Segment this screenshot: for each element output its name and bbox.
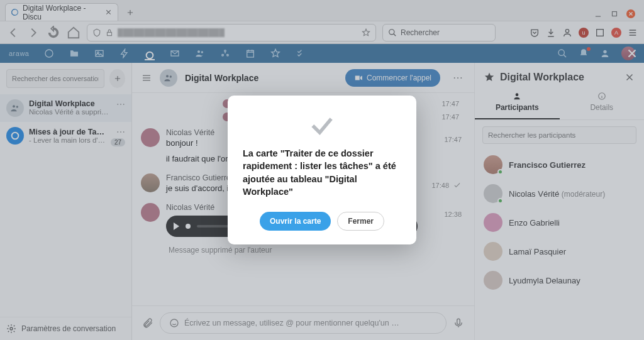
- modal-overlay[interactable]: La carte "Traiter de ce dossier rapideme…: [0, 0, 644, 340]
- modal-message: La carte "Traiter de ce dossier rapideme…: [243, 147, 401, 198]
- open-card-button[interactable]: Ouvrir la carte: [260, 212, 331, 231]
- close-modal-button[interactable]: Fermer: [337, 212, 384, 231]
- modal-dialog: La carte "Traiter de ce dossier rapideme…: [228, 96, 416, 244]
- success-check-icon: [308, 112, 336, 140]
